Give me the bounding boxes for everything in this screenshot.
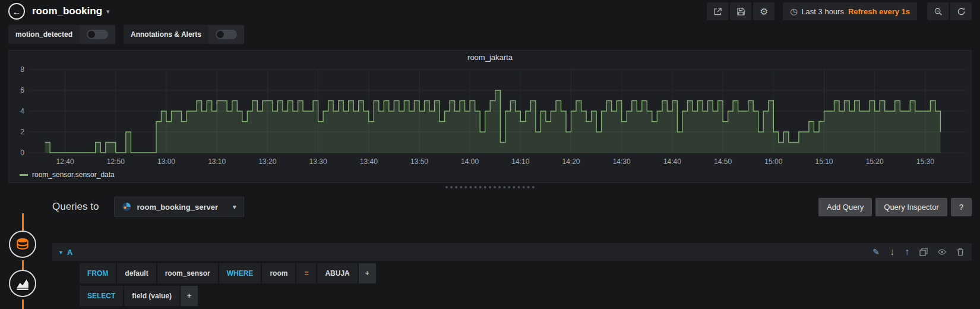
visualization-tab[interactable] — [9, 270, 36, 297]
queries-to-label: Queries to — [52, 201, 99, 213]
caret-down-icon: ▾ — [106, 8, 110, 15]
pencil-icon: ✎ — [872, 247, 880, 257]
svg-text:14:10: 14:10 — [511, 157, 529, 166]
dashboard-title: room_booking — [32, 5, 102, 17]
back-button[interactable]: ← — [8, 3, 25, 20]
svg-text:4: 4 — [20, 107, 24, 115]
toggle-query-visibility-button[interactable] — [938, 248, 946, 256]
gear-icon: ⚙ — [760, 6, 768, 17]
queries-tab[interactable] — [9, 231, 36, 258]
motion-detected-switch[interactable] — [80, 25, 115, 44]
operator-segment[interactable]: = — [296, 263, 317, 283]
resize-drag-handle[interactable] — [445, 186, 535, 188]
panel-title[interactable]: room_jakarta — [9, 53, 971, 65]
database-icon — [15, 237, 30, 252]
switch-track — [216, 30, 237, 39]
legend-series-name[interactable]: room_sensor.sensor_data — [32, 171, 115, 179]
tag-value-segment[interactable]: ABUJA — [317, 263, 358, 283]
svg-text:13:50: 13:50 — [410, 157, 428, 166]
arrow-up-icon: ↑ — [905, 247, 909, 257]
navbar-actions: ⚙ ◷ Last 3 hours Refresh every 1s — [705, 2, 972, 20]
edit-raw-query-button[interactable]: ✎ — [872, 247, 880, 257]
svg-text:14:20: 14:20 — [562, 157, 580, 166]
svg-text:13:20: 13:20 — [258, 157, 276, 166]
retention-policy-segment[interactable]: default — [117, 263, 157, 283]
dashboard-submenu: motion_detected Annotations & Alerts — [0, 23, 980, 46]
arrow-down-icon: ↓ — [890, 247, 894, 257]
svg-text:14:50: 14:50 — [714, 157, 732, 166]
chart-panel: room_jakarta 0246812:4012:5013:0013:1013… — [8, 50, 972, 183]
motion-detected-toggle-item[interactable]: motion_detected — [8, 25, 115, 44]
svg-text:13:10: 13:10 — [208, 157, 226, 166]
query-from-row: FROM default room_sensor WHERE room = AB… — [52, 263, 972, 283]
query-content: Queries to room_booking_server ▾ Add Que… — [52, 196, 972, 306]
dashboard-title-dropdown[interactable]: room_booking ▾ — [32, 5, 110, 17]
share-button[interactable] — [707, 2, 728, 20]
eye-icon — [938, 248, 946, 256]
svg-text:15:00: 15:00 — [764, 157, 782, 166]
query-row-actions: ✎ ↓ ↑ — [872, 247, 965, 257]
svg-text:15:20: 15:20 — [866, 157, 884, 166]
switch-track — [87, 30, 108, 39]
annotations-alerts-toggle-item[interactable]: Annotations & Alerts — [124, 25, 244, 44]
tab-connector-line — [22, 260, 24, 270]
refresh-button[interactable] — [950, 2, 972, 20]
switch-knob — [217, 31, 224, 38]
annotations-alerts-switch[interactable] — [208, 25, 244, 44]
add-field-button[interactable]: + — [181, 286, 199, 306]
svg-text:6: 6 — [20, 86, 24, 94]
measurement-segment[interactable]: room_sensor — [157, 263, 219, 283]
navbar: ← room_booking ▾ ⚙ ◷ Last 3 hours Refres… — [0, 0, 980, 23]
area-chart-icon — [15, 276, 30, 291]
clock-icon: ◷ — [790, 7, 797, 16]
svg-text:8: 8 — [20, 65, 24, 74]
collapse-caret-icon[interactable]: ▾ — [59, 249, 62, 256]
svg-text:14:40: 14:40 — [663, 157, 681, 166]
zoom-out-button[interactable] — [927, 2, 949, 20]
svg-text:12:40: 12:40 — [56, 157, 74, 166]
time-picker-button[interactable]: ◷ Last 3 hours Refresh every 1s — [783, 2, 917, 20]
help-button[interactable]: ? — [951, 198, 972, 216]
move-query-up-button[interactable]: ↑ — [905, 247, 909, 257]
query-editor-section: Queries to room_booking_server ▾ Add Que… — [0, 196, 980, 309]
datasource-name: room_booking_server — [137, 203, 218, 212]
query-row-a-header[interactable]: ▾ A ✎ ↓ ↑ — [52, 243, 972, 261]
query-select-row: SELECT field (value) + — [52, 286, 972, 306]
switch-knob — [88, 31, 95, 38]
where-keyword-segment[interactable]: WHERE — [219, 263, 263, 283]
time-series-chart[interactable]: 0246812:4012:5013:0013:1013:2013:3013:40… — [10, 65, 970, 169]
queries-header: Queries to room_booking_server ▾ Add Que… — [52, 196, 972, 218]
query-ref-label: A — [67, 248, 72, 257]
share-icon — [713, 7, 722, 16]
svg-text:14:30: 14:30 — [613, 157, 631, 166]
move-query-down-button[interactable]: ↓ — [890, 247, 894, 257]
settings-button[interactable]: ⚙ — [753, 2, 774, 20]
active-tab-connector-line — [22, 213, 24, 231]
datasource-logo-icon — [122, 202, 131, 212]
from-keyword-segment[interactable]: FROM — [80, 263, 117, 283]
refresh-icon — [957, 7, 966, 16]
svg-text:13:40: 13:40 — [360, 157, 378, 166]
add-condition-button[interactable]: + — [359, 263, 377, 283]
select-keyword-segment[interactable]: SELECT — [80, 286, 124, 306]
toggle-label: motion_detected — [8, 25, 80, 44]
svg-text:13:30: 13:30 — [309, 157, 327, 166]
save-button[interactable] — [730, 2, 751, 20]
zoom-out-icon — [934, 7, 943, 16]
duplicate-query-button[interactable] — [919, 248, 928, 256]
caret-down-icon: ▾ — [223, 203, 236, 211]
delete-query-button[interactable] — [956, 248, 965, 256]
tab-connector-line — [22, 299, 24, 309]
save-icon — [736, 7, 745, 16]
trash-icon — [956, 248, 965, 256]
query-inspector-button[interactable]: Query Inspector — [875, 198, 947, 216]
datasource-select[interactable]: room_booking_server ▾ — [114, 197, 244, 217]
svg-text:12:50: 12:50 — [107, 157, 125, 166]
tag-key-segment[interactable]: room — [262, 263, 296, 283]
query-header-actions: Add Query Query Inspector ? — [818, 198, 972, 216]
field-segment[interactable]: field (value) — [124, 286, 181, 306]
svg-text:0: 0 — [20, 149, 24, 157]
svg-text:2: 2 — [20, 128, 24, 136]
copy-icon — [919, 248, 928, 256]
add-query-button[interactable]: Add Query — [818, 198, 872, 216]
